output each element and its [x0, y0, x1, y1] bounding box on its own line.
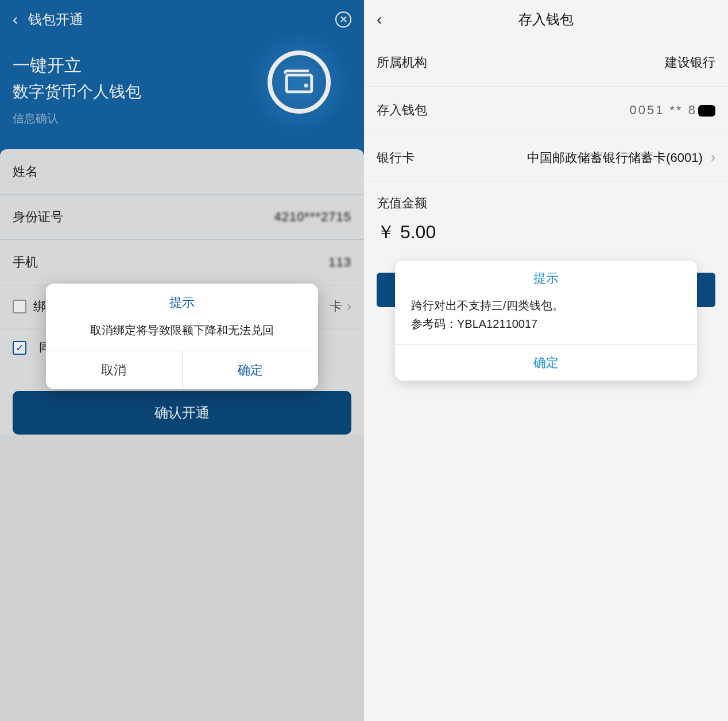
chevron-right-icon: ›	[347, 299, 351, 315]
amount-value: ￥ 5.00	[364, 220, 728, 260]
hero-subtitle: 信息确认	[13, 111, 351, 126]
amount-label: 充值金额	[364, 182, 728, 220]
phone-value: 113	[328, 255, 351, 270]
back-icon[interactable]: ‹	[377, 11, 382, 28]
back-icon[interactable]: ‹	[13, 11, 18, 28]
dialog-ok-button[interactable]: 确定	[183, 351, 319, 389]
dialog-msg-line1: 跨行对出不支持三/四类钱包。	[411, 296, 681, 315]
dialog-message: 取消绑定将导致限额下降和无法兑回	[46, 317, 318, 351]
wallet-open-screen: ‹ 钱包开通 ✕ 一键开立 数字货币个人钱包 信息确认 姓名 身份证号 42	[0, 0, 364, 721]
wallet-label: 存入钱包	[377, 102, 427, 119]
deposit-wallet-screen: ‹ 存入钱包 所属机构 建设银行 存入钱包 0051 ** 8 银行卡 中国邮政…	[364, 0, 728, 721]
close-icon[interactable]: ✕	[335, 11, 351, 28]
alert-dialog: 提示 跨行对出不支持三/四类钱包。 参考码：YBLA12110017 确定	[395, 261, 697, 381]
org-label: 所属机构	[377, 54, 427, 71]
header-title: 存入钱包	[377, 10, 715, 29]
confirm-open-button[interactable]: 确认开通	[13, 391, 351, 435]
card-label: 银行卡	[377, 149, 415, 166]
hero-banner: 一键开立 数字货币个人钱包 信息确认	[0, 39, 364, 155]
card-row[interactable]: 银行卡 中国邮政储蓄银行储蓄卡(6001) ›	[364, 134, 728, 182]
wallet-value: 0051 ** 8	[629, 103, 715, 118]
phone-label: 手机	[13, 254, 38, 271]
agree-checkbox[interactable]: ✓	[13, 341, 26, 355]
id-row[interactable]: 身份证号 4210***2715	[0, 195, 364, 240]
header-title: 钱包开通	[28, 10, 335, 29]
redacted-digits	[698, 105, 715, 117]
dialog-cancel-button[interactable]: 取消	[46, 351, 183, 389]
name-label: 姓名	[13, 163, 38, 180]
bind-checkbox[interactable]	[13, 300, 26, 313]
header-bar: ‹ 存入钱包	[364, 0, 728, 39]
dialog-ok-button[interactable]: 确定	[395, 344, 697, 381]
hero-line2: 数字货币个人钱包	[13, 81, 351, 103]
dialog-title: 提示	[46, 284, 318, 317]
dialog-title: 提示	[395, 261, 697, 293]
wallet-illustration	[250, 33, 348, 131]
card-value: 中国邮政储蓄银行储蓄卡(6001)	[527, 150, 703, 165]
name-row[interactable]: 姓名	[0, 149, 364, 195]
wallet-icon	[282, 65, 316, 99]
hero-line1: 一键开立	[13, 54, 351, 77]
id-value: 4210***2715	[274, 210, 351, 224]
org-value: 建设银行	[665, 54, 715, 71]
chevron-right-icon: ›	[711, 149, 715, 165]
phone-row[interactable]: 手机 113	[0, 240, 364, 285]
bind-prefix: 绑	[33, 298, 46, 315]
dialog-message: 跨行对出不支持三/四类钱包。 参考码：YBLA12110017	[395, 293, 697, 344]
alert-dialog: 提示 取消绑定将导致限额下降和无法兑回 取消 确定	[46, 284, 318, 389]
org-row: 所属机构 建设银行	[364, 39, 728, 87]
wallet-row[interactable]: 存入钱包 0051 ** 8	[364, 87, 728, 134]
header-bar: ‹ 钱包开通 ✕	[0, 0, 364, 39]
id-label: 身份证号	[13, 208, 63, 226]
dialog-msg-line2: 参考码：YBLA12110017	[411, 315, 681, 333]
